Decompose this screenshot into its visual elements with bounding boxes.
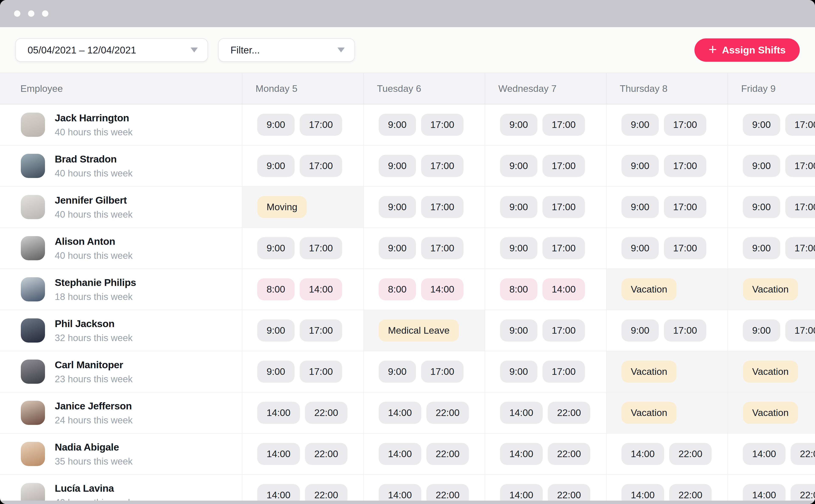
shift-pill[interactable]: 9:00 <box>378 237 416 259</box>
shift-pill[interactable]: 9:00 <box>378 114 416 136</box>
status-pill[interactable]: Vacation <box>743 278 798 300</box>
shift-pill[interactable]: 14:00 <box>743 443 786 465</box>
shift-pill[interactable]: 17:00 <box>785 319 815 342</box>
shift-pill[interactable]: 9:00 <box>257 155 294 177</box>
day-cell: 14:0022:00 <box>728 434 815 474</box>
shift-pill[interactable]: 9:00 <box>743 237 780 259</box>
shift-pill[interactable]: 17:00 <box>300 319 342 342</box>
shift-pill[interactable]: 9:00 <box>743 155 780 177</box>
shift-pill[interactable]: 14:00 <box>543 278 585 300</box>
shift-pill[interactable]: 22:00 <box>427 402 469 424</box>
shift-pill[interactable]: 8:00 <box>500 278 538 300</box>
shift-pill[interactable]: 17:00 <box>421 237 464 259</box>
shift-pill[interactable]: 22:00 <box>791 443 815 465</box>
shift-pill[interactable]: 17:00 <box>543 319 585 342</box>
shift-pill[interactable]: 22:00 <box>427 443 469 465</box>
shift-pill[interactable]: 9:00 <box>378 361 416 383</box>
shift-pill[interactable]: 9:00 <box>622 114 659 136</box>
status-pill[interactable]: Vacation <box>622 361 677 383</box>
status-pill[interactable]: Medical Leave <box>378 319 459 342</box>
status-pill[interactable]: Moving <box>257 196 307 218</box>
day-column-header: Monday 5 <box>242 73 363 104</box>
shift-pill[interactable]: 17:00 <box>664 319 707 342</box>
shift-pill[interactable]: 22:00 <box>669 443 712 465</box>
shift-pill[interactable]: 17:00 <box>664 155 707 177</box>
shift-pill[interactable]: 17:00 <box>543 361 585 383</box>
window-control-dot[interactable] <box>42 10 48 17</box>
shift-pill[interactable]: 22:00 <box>305 443 348 465</box>
shift-pill[interactable]: 9:00 <box>622 319 659 342</box>
day-cell: 9:0017:00 <box>485 146 606 186</box>
shift-pill[interactable]: 9:00 <box>743 114 780 136</box>
shift-pill[interactable]: 17:00 <box>785 114 815 136</box>
shift-pill[interactable]: 17:00 <box>785 196 815 218</box>
window-control-dot[interactable] <box>28 10 34 17</box>
window-control-dot[interactable] <box>14 10 20 17</box>
shift-pill[interactable]: 17:00 <box>300 114 342 136</box>
shift-pill[interactable]: 17:00 <box>785 155 815 177</box>
date-range-select[interactable]: 05/04/2021 – 12/04/2021 <box>15 38 208 62</box>
shift-pill[interactable]: 17:00 <box>300 155 342 177</box>
shift-pill[interactable]: 9:00 <box>500 319 538 342</box>
shift-pill[interactable]: 14:00 <box>257 402 300 424</box>
shift-pill[interactable]: 9:00 <box>500 361 538 383</box>
assign-shifts-button[interactable]: + Assign Shifts <box>694 38 800 62</box>
shift-pill[interactable]: 9:00 <box>378 155 416 177</box>
shift-pill[interactable]: 17:00 <box>421 361 464 383</box>
shift-pill[interactable]: 9:00 <box>257 361 294 383</box>
shift-pill[interactable]: 14:00 <box>378 443 421 465</box>
shift-pill[interactable]: 14:00 <box>421 278 464 300</box>
day-cell: 9:0017:00 <box>728 187 815 227</box>
shift-pill[interactable]: 17:00 <box>664 196 707 218</box>
shift-pill[interactable]: 17:00 <box>543 237 585 259</box>
day-cell: 9:0017:00 <box>606 104 728 145</box>
shift-pill[interactable]: 17:00 <box>300 237 342 259</box>
shift-pill[interactable]: 17:00 <box>421 155 464 177</box>
shift-pill[interactable]: 9:00 <box>500 196 538 218</box>
shift-pill[interactable]: 9:00 <box>622 155 659 177</box>
shift-pill[interactable]: 17:00 <box>664 114 707 136</box>
shift-pill[interactable]: 9:00 <box>622 196 659 218</box>
shift-pill[interactable]: 17:00 <box>785 237 815 259</box>
status-pill[interactable]: Vacation <box>743 402 798 424</box>
shift-pill[interactable]: 9:00 <box>257 237 294 259</box>
shift-pill[interactable]: 14:00 <box>300 278 342 300</box>
employee-text: Brad Stradon40 hours this week <box>55 153 133 179</box>
shift-pill[interactable]: 9:00 <box>743 319 780 342</box>
day-cell: Medical Leave <box>363 310 485 351</box>
shift-pill[interactable]: 22:00 <box>548 443 591 465</box>
shift-pill[interactable]: 22:00 <box>305 402 348 424</box>
status-pill[interactable]: Vacation <box>622 402 677 424</box>
day-cell: Vacation <box>728 269 815 310</box>
shift-pill[interactable]: 17:00 <box>543 114 585 136</box>
shift-pill[interactable]: 14:00 <box>500 443 543 465</box>
shift-pill[interactable]: 14:00 <box>500 402 543 424</box>
shift-pill[interactable]: 9:00 <box>500 237 538 259</box>
avatar <box>21 360 45 384</box>
shift-pill[interactable]: 17:00 <box>421 196 464 218</box>
shift-pill[interactable]: 8:00 <box>378 278 416 300</box>
shift-pill[interactable]: 14:00 <box>622 443 664 465</box>
shift-pill[interactable]: 9:00 <box>500 155 538 177</box>
shift-pill[interactable]: 14:00 <box>257 443 300 465</box>
shift-pill[interactable]: 9:00 <box>257 319 294 342</box>
shift-pill[interactable]: 14:00 <box>378 402 421 424</box>
employee-name: Jack Harrington <box>55 112 133 124</box>
employee-cell: Jennifer Gilbert40 hours this week <box>0 187 242 227</box>
shift-pill[interactable]: 9:00 <box>622 237 659 259</box>
shift-pill[interactable]: 17:00 <box>300 361 342 383</box>
window-chrome-bar <box>0 0 815 27</box>
shift-pill[interactable]: 8:00 <box>257 278 294 300</box>
shift-pill[interactable]: 9:00 <box>257 114 294 136</box>
shift-pill[interactable]: 9:00 <box>500 114 538 136</box>
status-pill[interactable]: Vacation <box>743 361 798 383</box>
filter-select[interactable]: Filter... <box>218 38 355 62</box>
shift-pill[interactable]: 17:00 <box>543 155 585 177</box>
shift-pill[interactable]: 17:00 <box>664 237 707 259</box>
shift-pill[interactable]: 22:00 <box>548 402 591 424</box>
shift-pill[interactable]: 17:00 <box>543 196 585 218</box>
shift-pill[interactable]: 9:00 <box>378 196 416 218</box>
shift-pill[interactable]: 9:00 <box>743 196 780 218</box>
shift-pill[interactable]: 17:00 <box>421 114 464 136</box>
status-pill[interactable]: Vacation <box>622 278 677 300</box>
